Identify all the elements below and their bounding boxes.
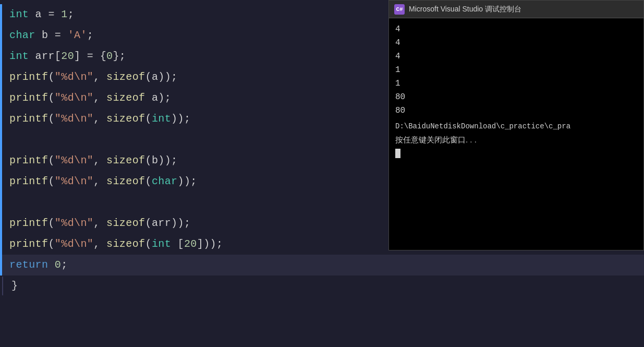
fn-sizeof: sizeof [106,175,145,187]
vs-icon-text: C# [396,6,403,13]
console-window: C# Microsoft Visual Studio 调试控制台 4 4 4 1… [388,0,644,250]
console-path: D:\BaiduNetdiskDownload\c_practice\c_pra [395,119,637,133]
code-punc: ; [61,259,67,271]
code-str: "%d\n" [55,113,93,125]
code-text: , [93,92,106,104]
code-text: , [93,71,106,83]
line-indicator [0,129,2,150]
line-indicator [0,109,2,129]
line-indicator [0,255,2,276]
code-text: ( [48,238,54,250]
console-titlebar: C# Microsoft Visual Studio 调试控制台 [389,1,643,18]
fn-printf: printf [9,71,48,83]
code-content [9,130,16,149]
console-output-1b: 1 [395,77,637,90]
main-container: int a = 1; char b = 'A'; int arr[20] = {… [0,0,644,347]
code-num: 20 [61,50,74,62]
code-str: "%d\n" [55,238,93,250]
code-text: ])); [197,238,223,250]
line-indicator [0,25,2,46]
console-cursor [395,149,400,158]
vs-icon: C# [394,4,405,15]
fn-printf: printf [9,92,48,104]
code-charval: 'A' [68,29,87,41]
console-output-1a: 1 [395,63,637,77]
fn-printf: printf [9,175,48,187]
console-close-msg: 按任意键关闭此窗口. . . [395,133,637,147]
code-text: , [93,113,106,125]
console-title: Microsoft Visual Studio 调试控制台 [409,5,521,14]
console-cursor-line [395,147,637,160]
console-output-80a: 80 [395,90,637,104]
fn-printf: printf [9,238,48,250]
code-line-13: return 0; [0,255,644,276]
code-text: )); [178,175,197,187]
code-text: ] = { [74,50,106,62]
code-content: printf("%d\n", sizeof(arr)); [9,214,190,233]
fn-sizeof: sizeof [106,217,145,229]
closing-brace-line: } [0,276,644,296]
keyword-int: int [152,113,171,125]
code-text: arr[ [29,50,61,62]
keyword-int: int [9,8,29,20]
code-num: 0 [106,50,113,62]
keyword-char: char [9,29,35,41]
code-text: )); [171,113,190,125]
code-content: printf("%d\n", sizeof(int [20])); [9,235,223,254]
line-indicator [0,213,2,234]
keyword-int: int [152,238,171,250]
code-text: , [93,175,106,187]
code-text: ( [48,113,54,125]
fn-sizeof: sizeof [106,92,145,104]
line-indicator [0,234,2,255]
code-text: ( [48,175,54,187]
code-str: "%d\n" [55,71,93,83]
code-text: (a)); [145,71,177,83]
line-indicator [0,192,2,213]
code-content: printf("%d\n", sizeof(a)); [9,68,178,87]
code-punc: }; [113,50,126,62]
code-text: a); [145,92,171,104]
code-text: , [93,217,106,229]
closing-brace: } [11,277,18,295]
line-indicator [0,67,2,88]
code-text: [ [171,238,184,250]
line-indicator [0,4,2,25]
console-output-4a: 4 [395,22,637,36]
code-punc: ; [87,29,93,41]
console-output-4c: 4 [395,50,637,63]
line-indicator [0,171,2,192]
keyword-return: return [9,259,48,271]
code-num: 20 [184,238,197,250]
keyword-int: int [9,50,29,62]
line-indicator [0,88,2,109]
code-text: , [93,238,106,250]
code-str: "%d\n" [55,217,93,229]
code-str: "%d\n" [55,92,93,104]
code-text: b = [35,29,68,41]
fn-printf: printf [9,154,48,166]
code-text: ( [48,154,54,166]
code-content: int arr[20] = {0}; [9,47,126,66]
code-text: a = [29,8,61,20]
keyword-char: char [152,175,178,187]
code-text: ( [145,175,151,187]
code-num: 1 [61,8,67,20]
code-content: printf("%d\n", sizeof(int)); [9,110,190,128]
code-str: "%d\n" [55,154,93,166]
code-content: printf("%d\n", sizeof a); [9,89,171,107]
code-str: "%d\n" [55,175,93,187]
code-text: , [93,154,106,166]
fn-sizeof: sizeof [106,113,145,125]
code-content: printf("%d\n", sizeof(char)); [9,172,197,191]
code-text: ( [48,71,54,83]
code-text: ( [145,238,151,250]
code-text [48,259,54,271]
code-text: (b)); [145,154,177,166]
line-indicator [0,150,2,171]
code-content: int a = 1; [9,5,74,24]
fn-printf: printf [9,217,48,229]
code-num: 0 [55,259,61,271]
line-indicator [0,46,2,67]
code-punc: ; [68,8,74,20]
